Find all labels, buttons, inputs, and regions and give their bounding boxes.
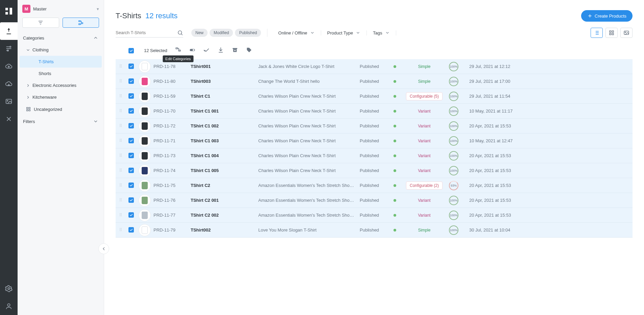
table-row[interactable]: PRD-11-77 TShirt C2 002 Amazon Essential…	[116, 208, 633, 223]
svg-point-80	[120, 198, 120, 199]
drag-handle-icon[interactable]	[116, 138, 126, 144]
nav-image-icon[interactable]	[0, 93, 18, 110]
status-dot	[391, 153, 402, 158]
product-type: Simple	[402, 78, 446, 85]
filter-online[interactable]: Online / Offline	[272, 30, 321, 35]
nav-download-icon[interactable]	[0, 75, 18, 93]
bulk-approve[interactable]	[203, 47, 210, 54]
drag-handle-icon[interactable]	[116, 78, 126, 84]
search-input[interactable]	[116, 30, 177, 35]
channel-selector[interactable]: M Master ▾	[18, 0, 104, 18]
drag-handle-icon[interactable]	[116, 197, 126, 203]
row-checkbox[interactable]	[128, 138, 134, 143]
row-checkbox[interactable]	[128, 93, 134, 99]
svg-point-44	[120, 109, 120, 110]
nav-upload-icon[interactable]	[0, 57, 18, 75]
drag-handle-icon[interactable]	[116, 123, 126, 129]
categories-header[interactable]: Categories	[18, 32, 104, 44]
product-type: Variant	[402, 212, 446, 219]
product-description: Change The World T-Shirt hello	[256, 79, 357, 84]
table-row[interactable]: PRD-11-74 TShirt C1 005 Charles Wilson P…	[116, 163, 633, 178]
view-list-button[interactable]	[591, 28, 603, 38]
category-kitchenware[interactable]: Kitchenware	[18, 91, 104, 103]
sidebar-toggle-filter[interactable]	[22, 18, 59, 28]
filter-product-type[interactable]: Product Type	[321, 30, 367, 35]
category-clothing[interactable]: Clothing	[18, 44, 104, 56]
svg-point-83	[121, 198, 122, 199]
svg-rect-15	[612, 31, 614, 32]
svg-point-34	[120, 82, 120, 82]
chevron-down-icon	[385, 30, 390, 35]
category-electronics[interactable]: Electronic Accessories	[18, 79, 104, 91]
drag-handle-icon[interactable]	[116, 212, 126, 218]
svg-point-5	[7, 304, 10, 306]
filters-header[interactable]: Filters	[18, 115, 104, 127]
svg-point-13	[178, 31, 182, 34]
svg-point-43	[121, 97, 122, 97]
product-status: Published	[357, 123, 391, 128]
category-uncategorized[interactable]: Uncategorized	[18, 103, 104, 115]
nav-user-icon[interactable]	[0, 297, 18, 315]
svg-point-54	[121, 125, 122, 126]
nav-sliders-icon[interactable]	[0, 40, 18, 57]
table-row[interactable]: PRD-11-71 TShirt C1 003 Charles Wilson P…	[116, 134, 633, 148]
product-date: 20 Apr, 2021 at 15:53	[467, 153, 524, 158]
chip-modified[interactable]: Modified	[210, 29, 233, 37]
drag-handle-icon[interactable]	[116, 64, 126, 69]
nav-products-icon[interactable]	[0, 22, 18, 40]
category-tshirts[interactable]: T-Shirts	[20, 56, 102, 68]
bulk-tag[interactable]	[246, 47, 253, 54]
row-checkbox[interactable]	[128, 64, 134, 69]
row-checkbox[interactable]	[128, 123, 134, 128]
table-row[interactable]: PRD-11-72 TShirt C1 002 Charles Wilson P…	[116, 119, 633, 134]
drag-handle-icon[interactable]	[116, 168, 126, 173]
bulk-archive[interactable]	[232, 47, 238, 54]
svg-rect-9	[27, 107, 28, 109]
table-row[interactable]: PRD-11-80 TShirt003 Change The World T-S…	[116, 74, 633, 89]
category-shorts[interactable]: Shorts	[20, 68, 102, 79]
drag-handle-icon[interactable]	[116, 183, 126, 188]
product-sku: PRD-11-79	[151, 227, 188, 233]
row-checkbox[interactable]	[128, 197, 134, 203]
row-checkbox[interactable]	[128, 78, 134, 84]
drag-handle-icon[interactable]	[116, 227, 126, 233]
row-checkbox[interactable]	[128, 168, 134, 173]
chevron-up-icon	[93, 35, 98, 41]
table-row[interactable]: PRD-11-70 TShirt C1 001 Charles Wilson P…	[116, 104, 633, 119]
row-checkbox[interactable]	[128, 227, 134, 233]
svg-point-35	[121, 79, 122, 80]
view-grid-button[interactable]	[605, 28, 618, 38]
product-description: Charles Wilson Plain Crew Neck T-Shirt	[256, 168, 357, 173]
drag-handle-icon[interactable]	[116, 93, 126, 99]
row-checkbox[interactable]	[128, 108, 134, 114]
bulk-toggle[interactable]	[189, 47, 196, 54]
product-name: TShirt C1 001	[188, 108, 256, 114]
view-image-button[interactable]	[620, 28, 633, 38]
bulk-download[interactable]	[217, 47, 224, 54]
bulk-edit-categories[interactable]: Edit Categories	[175, 47, 182, 54]
sidebar-toggle-tree[interactable]	[63, 18, 99, 28]
row-checkbox[interactable]	[128, 153, 134, 158]
chip-published[interactable]: Published	[235, 29, 261, 37]
create-products-button[interactable]: Create Products	[581, 10, 633, 22]
select-all-checkbox[interactable]	[128, 48, 134, 53]
drag-handle-icon[interactable]	[116, 153, 126, 159]
product-description: Amazon Essentials Women's Tech Stretch S…	[256, 213, 357, 218]
nav-settings-icon[interactable]	[0, 280, 18, 297]
filter-tags[interactable]: Tags	[367, 30, 396, 35]
row-checkbox[interactable]	[128, 212, 134, 218]
table-row[interactable]: PRD-11-76 TShirt C2 001 Amazon Essential…	[116, 193, 633, 208]
product-sku: PRD-11-75	[151, 183, 188, 188]
status-dot	[391, 213, 402, 218]
sidebar-collapse-button[interactable]	[98, 243, 109, 254]
drag-handle-icon[interactable]	[116, 108, 126, 114]
row-checkbox[interactable]	[128, 183, 134, 188]
completeness-ring: 100%	[446, 92, 467, 101]
table-row[interactable]: PRD-11-73 TShirt C1 004 Charles Wilson P…	[116, 148, 633, 163]
nav-tools-icon[interactable]	[0, 110, 18, 128]
product-status: Published	[357, 108, 391, 114]
table-row[interactable]: PRD-11-59 TShirt C1 Charles Wilson Plain…	[116, 89, 633, 104]
chip-new[interactable]: New	[191, 29, 208, 37]
table-row[interactable]: PRD-11-75 TShirt C2 Amazon Essentials Wo…	[116, 178, 633, 193]
table-row[interactable]: PRD-11-79 TShirt002 Love You More Slogan…	[116, 223, 633, 238]
